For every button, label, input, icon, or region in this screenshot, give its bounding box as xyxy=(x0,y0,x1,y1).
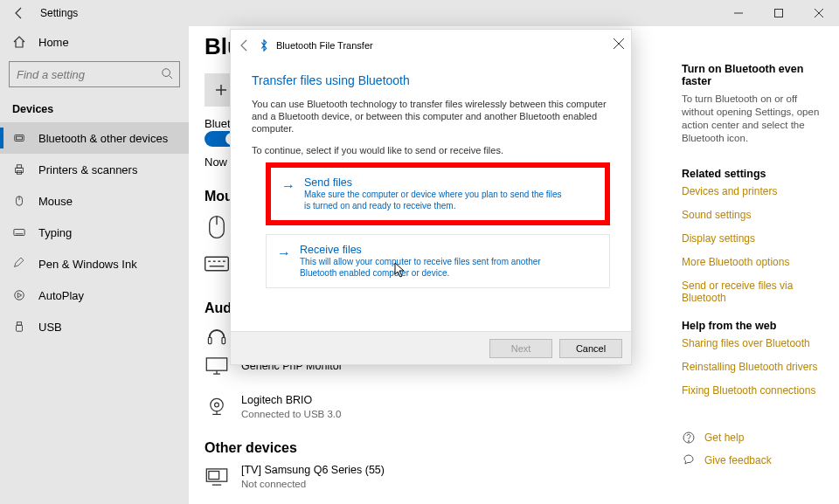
help-label: Get help xyxy=(704,432,744,444)
next-button[interactable]: Next xyxy=(489,339,552,358)
link-more-bt[interactable]: More Bluetooth options xyxy=(682,256,829,268)
svg-point-13 xyxy=(15,291,24,300)
sidebar-item-label: Bluetooth & other devices xyxy=(38,132,168,145)
link-devices-printers[interactable]: Devices and printers xyxy=(682,185,829,197)
wizard-heading: Transfer files using Bluetooth xyxy=(252,73,610,87)
svg-point-32 xyxy=(215,403,219,407)
wizard-back-icon[interactable] xyxy=(238,38,252,52)
usb-icon xyxy=(12,320,26,334)
link-reinstall[interactable]: Reinstalling Bluetooth drivers xyxy=(682,361,829,373)
titlebar: Settings xyxy=(0,0,839,26)
window-controls xyxy=(718,0,839,26)
sidebar-item-autoplay[interactable]: AutoPlay xyxy=(0,280,189,311)
svg-rect-28 xyxy=(206,358,226,370)
sidebar-item-usb[interactable]: USB xyxy=(0,311,189,342)
plus-icon xyxy=(214,83,228,97)
right-heading: Help from the web xyxy=(682,320,829,332)
svg-point-39 xyxy=(689,441,690,442)
get-help[interactable]: Get help xyxy=(682,431,829,445)
section-other-heading: Other devices xyxy=(205,440,297,456)
mouse-icon xyxy=(12,194,26,208)
sidebar-item-typing[interactable]: Typing xyxy=(0,217,189,248)
svg-rect-7 xyxy=(17,165,21,169)
device-row[interactable] xyxy=(205,323,229,348)
feedback-icon xyxy=(682,453,696,467)
cursor-icon xyxy=(394,262,406,278)
link-send-recv[interactable]: Send or receive files via Bluetooth xyxy=(682,280,829,304)
device-sub: Not connected xyxy=(241,477,385,491)
svg-line-3 xyxy=(170,76,173,79)
device-row[interactable]: Logitech BRIO Connected to USB 3.0 xyxy=(205,393,341,421)
sidebar-item-label: AutoPlay xyxy=(38,289,84,302)
sidebar-item-printers[interactable]: Printers & scanners xyxy=(0,154,189,185)
link-sharing[interactable]: Sharing files over Bluetooth xyxy=(682,337,829,349)
sidebar: Home Devices Bluetooth & other devices P… xyxy=(0,26,189,504)
option-desc: This will allow your computer to receive… xyxy=(300,256,562,279)
option-receive-files[interactable]: → Receive files This will allow your com… xyxy=(266,234,610,288)
device-row[interactable]: [TV] Samsung Q6 Series (55) Not connecte… xyxy=(205,463,385,491)
sidebar-item-bluetooth[interactable]: Bluetooth & other devices xyxy=(0,122,189,154)
search-input[interactable] xyxy=(9,61,180,87)
close-button[interactable] xyxy=(799,0,839,26)
svg-rect-36 xyxy=(209,472,219,480)
svg-point-31 xyxy=(211,398,223,411)
search-box[interactable] xyxy=(9,61,180,87)
option-title: Send files xyxy=(304,176,566,189)
home-label: Home xyxy=(38,36,69,49)
right-text: To turn Bluetooth on or off without open… xyxy=(682,93,829,145)
keyboard-icon xyxy=(205,252,229,276)
option-desc: Make sure the computer or device where y… xyxy=(304,189,566,211)
tv-icon xyxy=(205,465,229,489)
link-sound[interactable]: Sound settings xyxy=(682,209,829,221)
option-title: Receive files xyxy=(300,244,562,256)
keyboard-icon xyxy=(12,225,26,239)
printer-icon xyxy=(12,162,26,176)
wizard-close-button[interactable] xyxy=(614,38,624,49)
sidebar-item-mouse[interactable]: Mouse xyxy=(0,185,189,217)
option-send-files[interactable]: → Send files Make sure the computer or d… xyxy=(266,162,610,225)
right-heading: Turn on Bluetooth even faster xyxy=(682,63,829,87)
svg-rect-26 xyxy=(208,337,211,343)
wizard-footer: Next Cancel xyxy=(231,331,631,364)
svg-point-2 xyxy=(163,69,170,77)
webcam-icon xyxy=(205,395,229,419)
cancel-button[interactable]: Cancel xyxy=(559,339,622,358)
link-fixing[interactable]: Fixing Bluetooth connections xyxy=(682,384,829,397)
feedback-label: Give feedback xyxy=(704,454,772,466)
device-row[interactable] xyxy=(205,252,229,276)
bluetooth-icon xyxy=(259,39,269,52)
sidebar-item-pen[interactable]: Pen & Windows Ink xyxy=(0,248,189,280)
svg-rect-14 xyxy=(17,322,21,326)
headphones-icon xyxy=(205,323,229,348)
bluetooth-label: Bluet xyxy=(205,117,231,130)
give-feedback[interactable]: Give feedback xyxy=(682,453,829,467)
svg-rect-11 xyxy=(14,230,24,236)
autoplay-icon xyxy=(12,288,26,302)
back-icon[interactable] xyxy=(12,6,26,20)
wizard-desc: You can use Bluetooth technology to tran… xyxy=(252,98,610,135)
svg-rect-15 xyxy=(17,325,23,331)
arrow-right-icon: → xyxy=(277,245,291,279)
sidebar-item-label: USB xyxy=(38,321,62,334)
pen-icon xyxy=(12,257,26,271)
svg-rect-1 xyxy=(775,10,783,17)
right-heading: Related settings xyxy=(682,168,829,180)
device-name: Logitech BRIO xyxy=(241,393,341,407)
device-row[interactable] xyxy=(205,215,229,239)
bluetooth-file-transfer-dialog: Bluetooth File Transfer Transfer files u… xyxy=(230,29,632,365)
arrow-right-icon: → xyxy=(281,178,295,211)
sidebar-group: Devices xyxy=(0,96,189,122)
device-sub: Connected to USB 3.0 xyxy=(241,407,341,421)
sidebar-home[interactable]: Home xyxy=(0,26,189,58)
home-icon xyxy=(12,35,26,49)
svg-rect-20 xyxy=(205,257,229,270)
bluetooth-icon xyxy=(12,131,26,145)
minimize-button[interactable] xyxy=(718,0,759,26)
right-column: Turn on Bluetooth even faster To turn Bl… xyxy=(682,63,829,476)
sidebar-item-label: Pen & Windows Ink xyxy=(38,258,137,271)
wizard-title: Bluetooth File Transfer xyxy=(276,40,373,51)
link-display[interactable]: Display settings xyxy=(682,232,829,245)
help-icon xyxy=(682,431,696,445)
maximize-button[interactable] xyxy=(759,0,799,26)
sidebar-item-label: Mouse xyxy=(38,195,73,208)
